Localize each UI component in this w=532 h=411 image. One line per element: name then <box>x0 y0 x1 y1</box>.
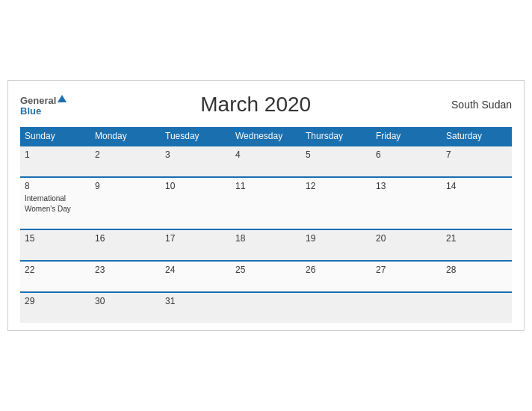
weekday-header-cell: Monday <box>90 127 161 146</box>
calendar-container: General Blue March 2020 South Sudan Sund… <box>7 80 525 331</box>
calendar-day-cell: 2 <box>90 146 161 177</box>
day-number: 23 <box>95 265 156 275</box>
day-number: 5 <box>306 149 367 160</box>
calendar-day-cell: 16 <box>90 229 161 261</box>
day-number: 18 <box>235 233 297 244</box>
calendar-day-cell: 20 <box>371 229 442 261</box>
day-number: 29 <box>25 296 86 306</box>
calendar-header: General Blue March 2020 South Sudan <box>20 93 512 117</box>
calendar-day-cell: 21 <box>442 229 512 261</box>
day-number: 25 <box>235 265 297 275</box>
calendar-thead: SundayMondayTuesdayWednesdayThursdayFrid… <box>20 127 512 146</box>
day-number: 27 <box>376 265 437 275</box>
calendar-week-row: 22232425262728 <box>20 261 512 292</box>
day-number: 28 <box>446 265 507 275</box>
day-number: 4 <box>235 149 297 160</box>
country-label: South Sudan <box>445 99 512 111</box>
calendar-day-cell: 3 <box>161 146 231 177</box>
day-number: 16 <box>95 233 156 244</box>
day-number: 21 <box>446 233 507 244</box>
calendar-day-cell: 26 <box>301 261 371 292</box>
calendar-day-cell: 14 <box>442 177 512 229</box>
logo-triangle-icon <box>58 95 66 102</box>
day-number: 19 <box>306 233 367 244</box>
calendar-day-cell: 19 <box>301 229 371 261</box>
calendar-week-row: 8International Women's Day91011121314 <box>20 177 512 229</box>
calendar-day-cell: 7 <box>442 146 512 177</box>
calendar-day-cell: 18 <box>231 229 301 261</box>
calendar-day-cell <box>301 292 371 323</box>
calendar-day-cell: 29 <box>20 292 90 323</box>
day-number: 11 <box>235 181 297 191</box>
weekday-header-cell: Wednesday <box>231 127 301 146</box>
calendar-title: March 2020 <box>66 93 445 117</box>
calendar-day-cell: 4 <box>231 146 301 177</box>
calendar-day-cell: 8International Women's Day <box>20 177 90 229</box>
day-number: 26 <box>306 265 367 275</box>
day-number: 17 <box>165 233 226 244</box>
calendar-day-cell: 9 <box>90 177 161 229</box>
day-number: 6 <box>376 149 437 160</box>
calendar-table: SundayMondayTuesdayWednesdayThursdayFrid… <box>20 127 512 323</box>
day-number: 7 <box>446 149 507 160</box>
day-number: 9 <box>95 181 156 191</box>
calendar-day-cell: 10 <box>161 177 231 229</box>
calendar-day-cell <box>442 292 512 323</box>
weekday-header-row: SundayMondayTuesdayWednesdayThursdayFrid… <box>20 127 512 146</box>
calendar-day-cell <box>231 292 301 323</box>
day-number: 22 <box>25 265 86 275</box>
day-number: 2 <box>95 149 156 160</box>
day-number: 24 <box>165 265 226 275</box>
weekday-header-cell: Sunday <box>20 127 90 146</box>
logo: General Blue <box>20 94 66 116</box>
day-number: 13 <box>376 181 437 191</box>
calendar-day-cell: 31 <box>161 292 231 323</box>
day-number: 31 <box>165 296 226 306</box>
calendar-day-cell: 28 <box>442 261 512 292</box>
weekday-header-cell: Friday <box>371 127 442 146</box>
calendar-week-row: 15161718192021 <box>20 229 512 261</box>
calendar-day-cell: 5 <box>301 146 371 177</box>
day-number: 20 <box>376 233 437 244</box>
calendar-day-cell: 12 <box>301 177 371 229</box>
day-number: 10 <box>165 181 226 191</box>
calendar-day-cell: 6 <box>371 146 442 177</box>
day-number: 8 <box>25 181 86 191</box>
calendar-day-cell: 27 <box>371 261 442 292</box>
calendar-tbody: 12345678International Women's Day9101112… <box>20 146 512 323</box>
day-number: 30 <box>95 296 156 306</box>
calendar-week-row: 1234567 <box>20 146 512 177</box>
calendar-day-cell: 13 <box>371 177 442 229</box>
event-label: International Women's Day <box>25 194 71 213</box>
calendar-day-cell: 22 <box>20 261 90 292</box>
calendar-day-cell: 24 <box>161 261 231 292</box>
day-number: 14 <box>446 181 507 191</box>
day-number: 12 <box>306 181 367 191</box>
calendar-day-cell: 25 <box>231 261 301 292</box>
calendar-day-cell: 23 <box>90 261 161 292</box>
calendar-day-cell <box>371 292 442 323</box>
weekday-header-cell: Saturday <box>442 127 512 146</box>
logo-blue: Blue <box>20 106 66 116</box>
logo-general: General <box>20 94 66 106</box>
calendar-day-cell: 15 <box>20 229 90 261</box>
calendar-day-cell: 1 <box>20 146 90 177</box>
calendar-day-cell: 30 <box>90 292 161 323</box>
calendar-week-row: 293031 <box>20 292 512 323</box>
weekday-header-cell: Tuesday <box>161 127 231 146</box>
day-number: 1 <box>25 149 86 160</box>
calendar-day-cell: 17 <box>161 229 231 261</box>
calendar-day-cell: 11 <box>231 177 301 229</box>
day-number: 3 <box>165 149 226 160</box>
weekday-header-cell: Thursday <box>301 127 371 146</box>
day-number: 15 <box>25 233 86 244</box>
